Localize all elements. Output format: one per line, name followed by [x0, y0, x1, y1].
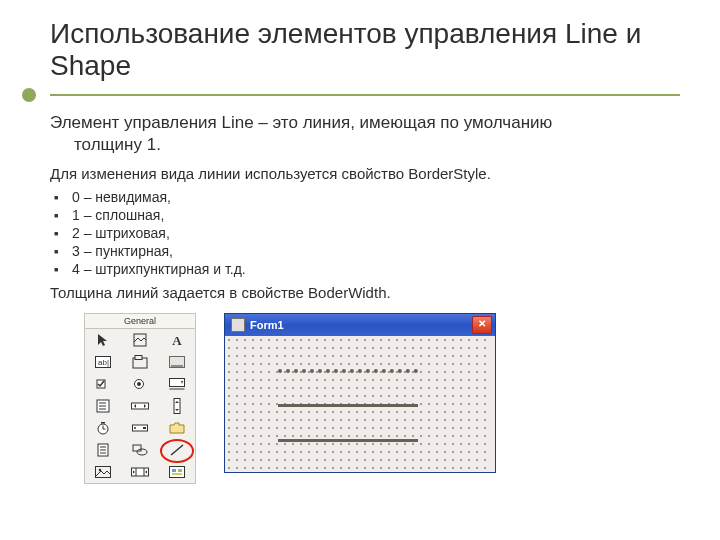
optionbutton-tool-icon[interactable] — [122, 373, 159, 395]
picturebox-tool-icon[interactable] — [122, 329, 159, 351]
vscrollbar-tool-icon[interactable] — [158, 395, 195, 417]
list-item: 4 – штрихпунктирная и т.д. — [54, 260, 680, 278]
svg-text:A: A — [172, 333, 182, 347]
svg-rect-41 — [172, 473, 182, 475]
lead-line-2: толщину 1. — [56, 135, 161, 154]
list-item: 3 – пунктирная, — [54, 242, 680, 260]
timer-tool-icon[interactable] — [85, 417, 122, 439]
lead-line-1: Элемент управления Line – это линия, име… — [50, 113, 552, 132]
hscrollbar-tool-icon[interactable] — [122, 395, 159, 417]
list-item: 1 – сплошная, — [54, 206, 680, 224]
svg-point-31 — [137, 449, 147, 455]
line-sample-dotted — [278, 369, 418, 373]
borderstyle-options: 0 – невидимая, 1 – сплошная, 2 – штрихов… — [50, 188, 680, 278]
checkbox-tool-icon[interactable] — [85, 373, 122, 395]
form-titlebar: Form1 ✕ — [225, 314, 495, 336]
svg-rect-40 — [178, 469, 182, 472]
vb-toolbox: General A ab| — [84, 313, 196, 484]
svg-rect-5 — [135, 355, 142, 359]
toolbox-grid: A ab| — [85, 329, 195, 483]
dirlistbox-tool-icon[interactable] — [158, 417, 195, 439]
form-client-area — [228, 339, 492, 469]
ole-tool-icon[interactable] — [158, 461, 195, 483]
figures-row: General A ab| — [50, 313, 680, 484]
shape-tool-icon[interactable] — [122, 439, 159, 461]
title-rule — [50, 88, 680, 102]
commandbutton-tool-icon[interactable] — [158, 351, 195, 373]
svg-rect-18 — [174, 398, 180, 413]
form-system-icon[interactable] — [231, 318, 245, 332]
slide-title: Использование элементов управления Line … — [50, 18, 680, 82]
svg-rect-25 — [143, 427, 146, 429]
titlebar-left: Form1 — [231, 318, 284, 332]
list-item: 0 – невидимая, — [54, 188, 680, 206]
data-tool-icon[interactable] — [122, 461, 159, 483]
textbox-tool-icon[interactable]: ab| — [85, 351, 122, 373]
frame-tool-icon[interactable] — [122, 351, 159, 373]
svg-rect-39 — [172, 469, 176, 472]
slide: Использование элементов управления Line … — [0, 0, 720, 540]
combobox-tool-icon[interactable] — [158, 373, 195, 395]
borderstyle-desc: Для изменения вида линии используется св… — [50, 165, 680, 182]
drivelistbox-tool-icon[interactable] — [122, 417, 159, 439]
close-icon[interactable]: ✕ — [472, 316, 492, 334]
svg-rect-38 — [169, 466, 184, 477]
line-sample-solid-1 — [278, 404, 418, 407]
form-window: Form1 ✕ — [224, 313, 496, 473]
accent-rule — [50, 94, 680, 96]
svg-line-32 — [171, 445, 183, 455]
filelistbox-tool-icon[interactable] — [85, 439, 122, 461]
form-title-text: Form1 — [250, 319, 284, 331]
label-tool-icon[interactable]: A — [158, 329, 195, 351]
accent-dot — [22, 88, 36, 102]
svg-text:ab|: ab| — [98, 358, 109, 367]
toolbox-tab-general[interactable]: General — [85, 314, 195, 329]
image-tool-icon[interactable] — [85, 461, 122, 483]
svg-point-10 — [137, 382, 141, 386]
borderwidth-note: Толщина линий задается в свойстве BoderW… — [50, 284, 680, 301]
line-sample-solid-2 — [278, 439, 418, 442]
line-tool-icon[interactable] — [158, 439, 195, 461]
list-item: 2 – штриховая, — [54, 224, 680, 242]
svg-rect-30 — [133, 445, 141, 451]
lead-paragraph: Элемент управления Line – это линия, име… — [50, 112, 680, 156]
svg-rect-22 — [101, 422, 105, 424]
listbox-tool-icon[interactable] — [85, 395, 122, 417]
svg-point-24 — [134, 427, 136, 429]
pointer-tool-icon[interactable] — [85, 329, 122, 351]
